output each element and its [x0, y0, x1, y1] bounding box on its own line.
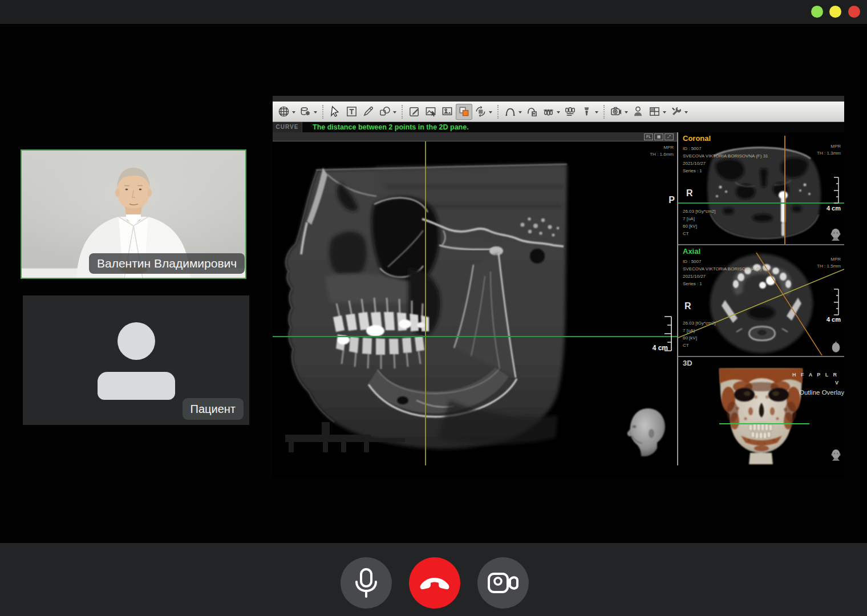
cursor-icon[interactable] [327, 104, 343, 120]
mode-label: MPR [830, 144, 841, 149]
mode-label: MPR [830, 257, 841, 262]
coronal-viewport[interactable]: Coronal ID : 5007SVECOVA VIKTORIA BORISO… [678, 132, 844, 244]
dropdown-caret[interactable] [625, 104, 629, 120]
pencil-icon[interactable] [360, 104, 376, 120]
axial-viewport[interactable]: Axial ID : 5007SVECOVA VIKTORIA BORISOVN… [678, 245, 844, 356]
overlay-line: CT [683, 230, 715, 237]
threed-title: 3D [683, 359, 692, 367]
orientation-label-r: R [684, 301, 691, 311]
threed-slice-line[interactable] [719, 423, 809, 424]
avatar-body [98, 372, 175, 400]
overlay-line: SVECOVA VIKTORIA BORISOVNA (F) 31 [683, 152, 768, 160]
patient-info: ID : 5007SVECOVA VIKTORIA BORISOVNA (F) … [683, 258, 768, 287]
orientation-head-icon [831, 341, 841, 354]
microphone-button[interactable] [341, 557, 392, 609]
camera-icon[interactable] [608, 104, 625, 120]
threed-viewport[interactable]: 3D H F A P L R V Outline Overlay [678, 357, 844, 465]
overlay-line: 60 [kV] [683, 222, 715, 230]
text-tool-icon[interactable] [343, 104, 360, 120]
video-call-window: Валентин Владимирович Пациент CURVE The … [0, 0, 867, 616]
camera-button[interactable] [477, 557, 529, 609]
orientation-head-icon [830, 228, 841, 242]
video-tile-doctor[interactable]: Валентин Владимирович [21, 149, 246, 279]
overlay-line: 60 [kV] [683, 334, 715, 342]
call-controls-bar [0, 543, 867, 616]
curve-tab[interactable]: CURVE [273, 122, 302, 132]
dropdown-caret[interactable] [292, 104, 296, 120]
scale-label: 4 cm [827, 316, 841, 323]
thickness-label: TH : 1.3mm [817, 151, 841, 156]
person-icon[interactable] [630, 104, 646, 120]
avatar-head [118, 322, 155, 360]
layout-panels-icon[interactable] [646, 104, 663, 120]
implant-icon[interactable] [578, 104, 595, 120]
overlay-line: 2021/10/27 [683, 160, 768, 167]
arch-icon[interactable] [502, 104, 518, 120]
arch-save-icon[interactable] [524, 104, 540, 120]
dropdown-caret[interactable] [663, 104, 667, 120]
crosshair-horizontal[interactable] [273, 336, 677, 337]
teeth-chart-icon[interactable] [562, 104, 578, 120]
overlay-line: 2021/10/27 [683, 273, 768, 280]
window-minimize-button[interactable] [811, 6, 823, 18]
overlay-line: 26.03 [tGy*cm2] [683, 319, 715, 327]
dropdown-caret[interactable] [518, 104, 522, 120]
overlay-line: SVECOVA VIKTORIA BORISOVNA (F) 31 [683, 265, 768, 273]
overlay-line: CT [683, 342, 715, 349]
dropdown-caret[interactable] [557, 104, 561, 120]
teeth-row-icon[interactable] [540, 104, 557, 120]
tools-icon[interactable] [668, 104, 684, 120]
window-maximize-button[interactable] [829, 6, 841, 18]
window-titlebar [0, 0, 867, 24]
overlay-line: Series : 1 [683, 167, 768, 175]
window-close-button[interactable] [848, 6, 860, 18]
overlay-line: ID : 5007 [683, 145, 768, 152]
globe-grid-icon[interactable] [276, 104, 292, 120]
status-message: The distance between 2 points in the 2D … [313, 123, 469, 131]
viewport-button-fl[interactable]: FL [644, 133, 653, 140]
outline-overlay-label[interactable]: Outline Overlay [799, 389, 844, 396]
status-bar: CURVE The distance between 2 points in t… [273, 122, 844, 132]
scale-label: 4 cm [653, 344, 668, 352]
orientation-letters: H F A P L R [792, 372, 838, 378]
image-scene-icon[interactable] [439, 104, 456, 120]
shapes-icon[interactable] [376, 104, 393, 120]
viewport-button-grid[interactable]: ▦ [654, 133, 663, 140]
coronal-crosshair-horizontal[interactable] [678, 202, 844, 204]
toolbar-separator [402, 105, 403, 119]
image-select-icon[interactable] [423, 104, 439, 120]
thickness-label: TH : 1.5mm [817, 264, 841, 269]
camera-icon [487, 572, 519, 594]
toolbar-separator [603, 105, 605, 119]
screenshare-region: CURVE The distance between 2 points in t… [273, 96, 844, 478]
share-top-strip [273, 96, 844, 102]
dose-info: 26.03 [tGy*cm2]7 [uA]60 [kV]CT [683, 208, 715, 237]
dropdown-caret[interactable] [684, 104, 688, 120]
rotate-3d-icon[interactable] [472, 104, 489, 120]
toolbar-separator [322, 105, 323, 119]
end-call-button[interactable] [409, 557, 460, 609]
dropdown-caret[interactable] [595, 104, 599, 120]
crosshair-vertical[interactable] [425, 141, 426, 465]
dose-info: 26.03 [tGy*cm2]7 [uA]60 [kV]CT [683, 319, 715, 349]
sagittal-ct-image [273, 132, 677, 465]
orientation-head-icon [831, 449, 841, 462]
sagittal-viewport[interactable]: FL ▦ ⤢ MPR TH : 1.6mm P 4 cm [273, 132, 677, 465]
viewport-button-expand[interactable]: ⤢ [665, 133, 674, 140]
end-call-icon [419, 574, 451, 591]
dropdown-caret[interactable] [489, 104, 493, 120]
ct-toolbar [273, 102, 844, 122]
participant-name-label: Пациент [183, 398, 244, 420]
thickness-label: TH : 1.6mm [650, 152, 674, 157]
cylinder-3d-icon[interactable] [297, 104, 314, 120]
video-tile-patient[interactable]: Пациент [23, 295, 249, 425]
dropdown-caret[interactable] [393, 104, 397, 120]
overlap-icon[interactable] [456, 104, 472, 120]
scale-ruler [832, 177, 840, 204]
overlay-line: ID : 5007 [683, 258, 768, 265]
overlay-line: 7 [uA] [683, 215, 715, 222]
annotate-icon[interactable] [406, 104, 423, 120]
patient-info: ID : 5007SVECOVA VIKTORIA BORISOVNA (F) … [683, 145, 768, 175]
dropdown-caret[interactable] [314, 104, 318, 120]
coronal-crosshair-vertical[interactable] [784, 136, 785, 244]
